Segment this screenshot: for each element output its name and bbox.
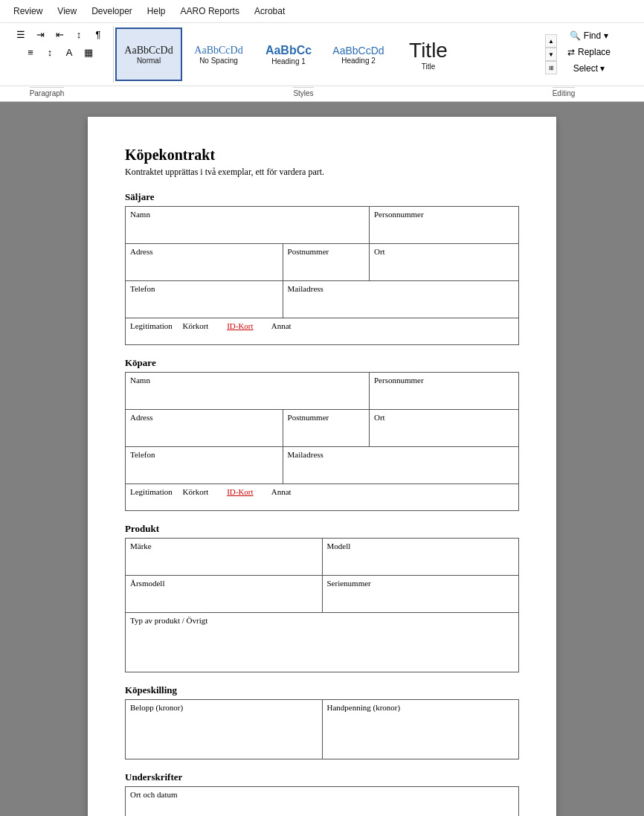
sort-btn[interactable]: ↕ [70, 26, 88, 42]
kopare-section: Köpare Namn Personnummer Adress Postnumm… [125, 357, 519, 511]
paragraph-label: Paragraph [30, 87, 65, 97]
kopare-namn[interactable]: Namn [126, 373, 370, 410]
table-row: Namn Personnummer [126, 373, 519, 410]
saljare-idkort: ID-Kort [227, 321, 253, 330]
editing-label: Editing [553, 87, 576, 97]
style-no-spacing[interactable]: AaBbCcDd No Spacing [185, 28, 252, 81]
table-row: Telefon Mailadress [126, 447, 519, 484]
style-normal[interactable]: AaBbCcDd Normal [115, 28, 182, 81]
align-left-btn[interactable]: ≡ [22, 44, 39, 60]
underskrifter-ort-datum[interactable]: Ort och datum [126, 787, 519, 817]
produkt-arsmodell[interactable]: Årsmodell [126, 576, 323, 613]
saljare-legitimation[interactable]: Legitimation Körkort ID-Kort Annat [126, 318, 519, 345]
kopeskilling-section: Köpeskilling Belopp (kronor) Handpenning… [125, 684, 519, 759]
table-row: Belopp (kronor) Handpenning (kronor) [126, 700, 519, 759]
editing-group: 🔍 Find ▾ ⇄ Replace Select ▾ [557, 26, 621, 83]
saljare-namn[interactable]: Namn [126, 207, 370, 244]
saljare-postnummer[interactable]: Postnummer [283, 244, 369, 281]
underskrifter-heading: Underskrifter [125, 771, 519, 783]
saljare-table: Namn Personnummer Adress Postnummer Ort … [125, 206, 519, 345]
page: Köpekontrakt Kontraktet upprättas i två … [88, 117, 556, 816]
styles-label: Styles [293, 87, 313, 97]
table-row: Telefon Mailadress [126, 281, 519, 318]
outdent-btn[interactable]: ⇤ [51, 26, 68, 42]
underskrifter-table: Ort och datum Namnteckning (säljare) Nam… [125, 786, 519, 816]
table-row: Legitimation Körkort ID-Kort Annat [126, 484, 519, 511]
menu-view[interactable]: View [50, 3, 84, 19]
table-row: Legitimation Körkort ID-Kort Annat [126, 318, 519, 345]
kopare-idkort: ID-Kort [227, 487, 253, 496]
menu-aaro[interactable]: AARO Reports [173, 3, 247, 19]
document-title: Köpekontrakt [125, 147, 519, 164]
styles-expand-btn[interactable]: ⊞ [545, 61, 557, 74]
search-icon: 🔍 [570, 30, 581, 41]
saljare-telefon[interactable]: Telefon [126, 281, 283, 318]
kopare-heading: Köpare [125, 357, 519, 369]
kopare-legitimation[interactable]: Legitimation Körkort ID-Kort Annat [126, 484, 519, 511]
document-area: Köpekontrakt Kontraktet upprättas i två … [0, 102, 644, 816]
indent-btn[interactable]: ⇥ [31, 26, 49, 42]
toolbar: ☰ ⇥ ⇤ ↕ ¶ ≡ ↕ A ▦ AaBbCcDd Normal A [0, 23, 644, 86]
kopeskilling-heading: Köpeskilling [125, 684, 519, 696]
line-spacing-btn[interactable]: ↕ [41, 44, 59, 60]
kopeskilling-handpenning[interactable]: Handpenning (kronor) [322, 700, 519, 759]
border-btn[interactable]: ▦ [80, 44, 97, 60]
indent-list-btn[interactable]: ☰ [12, 26, 30, 42]
kopare-telefon[interactable]: Telefon [126, 447, 283, 484]
produkt-serienummer[interactable]: Serienummer [322, 576, 519, 613]
produkt-section: Produkt Märke Modell Årsmodell Serienumm… [125, 523, 519, 672]
menu-review[interactable]: Review [6, 3, 50, 19]
scroll-up-btn[interactable]: ▲ [545, 34, 557, 48]
table-row: Namn Personnummer [126, 207, 519, 244]
select-btn[interactable]: Select ▾ [569, 62, 610, 75]
table-row: Årsmodell Serienummer [126, 576, 519, 613]
scroll-arrows: ▲ ▼ ⊞ [545, 34, 557, 74]
produkt-heading: Produkt [125, 523, 519, 535]
table-row: Märke Modell [126, 539, 519, 576]
kopare-adress[interactable]: Adress [126, 410, 283, 447]
style-heading1[interactable]: AaBbCc Heading 1 [255, 28, 322, 81]
table-row: Adress Postnummer Ort [126, 410, 519, 447]
styles-group: AaBbCcDd Normal AaBbCcDd No Spacing AaBb… [114, 26, 557, 83]
kopare-postnummer[interactable]: Postnummer [283, 410, 369, 447]
produkt-marke[interactable]: Märke [126, 539, 323, 576]
find-dropdown-icon: ▾ [604, 30, 608, 41]
replace-btn[interactable]: ⇄ Replace [563, 45, 615, 59]
kopare-mailadress[interactable]: Mailadress [283, 447, 518, 484]
produkt-typ[interactable]: Typ av produkt / Övrigt [126, 613, 519, 672]
saljare-heading: Säljare [125, 191, 519, 203]
table-row: Adress Postnummer Ort [126, 244, 519, 281]
kopare-personnummer[interactable]: Personnummer [369, 373, 518, 410]
style-heading2[interactable]: AaBbCcDd Heading 2 [325, 28, 392, 81]
saljare-section: Säljare Namn Personnummer Adress Postnum… [125, 191, 519, 345]
scroll-down-btn[interactable]: ▼ [545, 48, 557, 61]
style-scroll: AaBbCcDd Normal AaBbCcDd No Spacing AaBb… [114, 26, 545, 83]
ribbon: Review View Developer Help AARO Reports … [0, 0, 644, 102]
saljare-ort[interactable]: Ort [369, 244, 518, 281]
menu-help[interactable]: Help [140, 3, 173, 19]
underskrifter-section: Underskrifter Ort och datum Namnteckning… [125, 771, 519, 816]
pilcrow-btn[interactable]: ¶ [89, 26, 107, 42]
table-row: Typ av produkt / Övrigt [126, 613, 519, 672]
saljare-adress[interactable]: Adress [126, 244, 283, 281]
paragraph-group: ☰ ⇥ ⇤ ↕ ¶ ≡ ↕ A ▦ [6, 26, 114, 83]
menu-bar: Review View Developer Help AARO Reports … [0, 0, 644, 23]
kopare-ort[interactable]: Ort [369, 410, 518, 447]
find-btn[interactable]: 🔍 Find ▾ [565, 29, 613, 42]
replace-icon: ⇄ [567, 47, 575, 57]
table-row: Ort och datum [126, 787, 519, 817]
style-title[interactable]: Title Title [395, 28, 462, 81]
shading-btn[interactable]: A [60, 44, 78, 60]
produkt-modell[interactable]: Modell [322, 539, 519, 576]
kopeskilling-belopp[interactable]: Belopp (kronor) [126, 700, 323, 759]
document-subtitle: Kontraktet upprättas i två exemplar, ett… [125, 167, 519, 178]
menu-acrobat[interactable]: Acrobat [247, 3, 292, 19]
saljare-personnummer[interactable]: Personnummer [369, 207, 518, 244]
produkt-table: Märke Modell Årsmodell Serienummer Typ a… [125, 538, 519, 672]
saljare-mailadress[interactable]: Mailadress [283, 281, 518, 318]
menu-developer[interactable]: Developer [84, 3, 140, 19]
kopare-table: Namn Personnummer Adress Postnummer Ort … [125, 372, 519, 511]
kopeskilling-table: Belopp (kronor) Handpenning (kronor) [125, 699, 519, 759]
